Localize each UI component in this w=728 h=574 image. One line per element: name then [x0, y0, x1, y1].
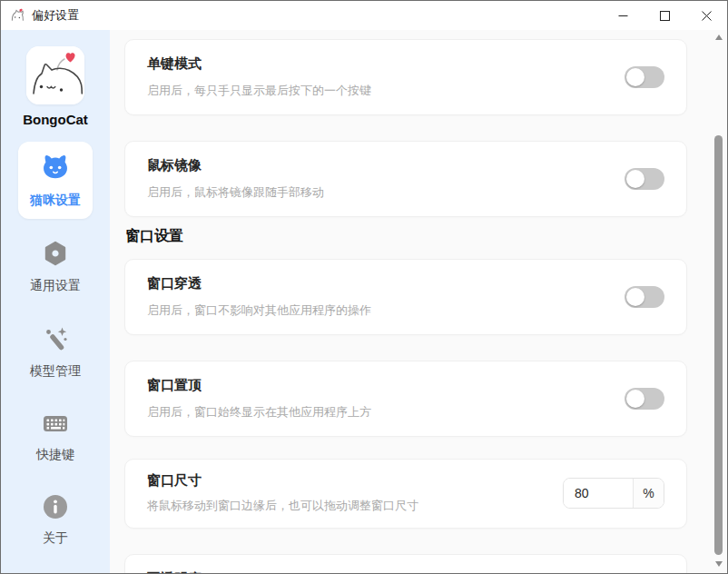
setting-description: 启用后，每只手只显示最后按下的一个按键 [147, 83, 371, 99]
window-title: 偏好设置 [32, 7, 79, 24]
setting-text: 窗口置顶 启用后，窗口始终显示在其他应用程序上方 [147, 377, 371, 421]
sidebar-item-label: 通用设置 [30, 278, 81, 294]
keyboard-icon [41, 410, 70, 440]
setting-title: 窗口尺寸 [147, 472, 418, 490]
single-key-mode-toggle[interactable] [625, 66, 664, 88]
sidebar-item-about[interactable]: 关于 [18, 481, 93, 557]
main-area: BongoCat 猫咪设置 [1, 30, 727, 573]
titlebar: 偏好设置 [1, 1, 727, 30]
setting-description: 将鼠标移动到窗口边缘后，也可以拖动调整窗口尺寸 [147, 498, 418, 514]
sidebar: BongoCat 猫咪设置 [1, 30, 110, 573]
sidebar-item-label: 关于 [43, 530, 68, 547]
window-size-unit: % [633, 479, 664, 508]
setting-title: 窗口置顶 [147, 377, 371, 394]
sidebar-item-label: 猫咪设置 [30, 193, 81, 209]
toggle-knob [626, 288, 644, 306]
scroll-down-arrow-icon[interactable] [715, 561, 723, 567]
setting-description: 启用后，窗口不影响对其他应用程序的操作 [147, 302, 371, 319]
setting-title: 单键模式 [147, 55, 371, 73]
setting-text: 单键模式 启用后，每只手只显示最后按下的一个按键 [147, 55, 371, 99]
setting-card-window-passthrough: 窗口穿透 启用后，窗口不影响对其他应用程序的操作 [124, 259, 687, 335]
close-button[interactable] [685, 1, 727, 30]
window-passthrough-toggle[interactable] [625, 286, 664, 308]
setting-title: 窗口穿透 [147, 275, 371, 292]
setting-card-mouse-mirror: 鼠标镜像 启用后，鼠标将镜像跟随手部移动 [124, 141, 687, 217]
toggle-knob [626, 390, 644, 408]
section-header-window-settings: 窗口设置 [125, 227, 687, 246]
info-icon [42, 493, 69, 524]
sidebar-item-label: 模型管理 [30, 363, 81, 380]
scroll-up-arrow-icon[interactable] [715, 35, 723, 40]
setting-card-opacity: 不透明度 [124, 554, 687, 573]
settings-panel: 单键模式 启用后，每只手只显示最后按下的一个按键 鼠标镜像 启用后，鼠标将镜像跟… [110, 30, 727, 573]
sidebar-item-shortcuts[interactable]: 快捷键 [18, 398, 93, 473]
window-controls [602, 1, 727, 30]
mouse-mirror-toggle[interactable] [625, 168, 664, 190]
cat-icon [40, 153, 71, 186]
toggle-knob [626, 68, 644, 86]
setting-text: 鼠标镜像 启用后，鼠标将镜像跟随手部移动 [147, 157, 324, 201]
magic-wand-icon [41, 324, 70, 357]
nut-gear-icon [41, 239, 70, 272]
sidebar-item-model-management[interactable]: 模型管理 [18, 312, 93, 390]
maximize-button[interactable] [644, 1, 685, 30]
vertical-scrollbar[interactable] [713, 30, 725, 573]
setting-title: 不透明度 [147, 570, 664, 573]
setting-card-window-on-top: 窗口置顶 启用后，窗口始终显示在其他应用程序上方 [124, 361, 687, 437]
bongocat-logo [26, 46, 84, 104]
app-cat-icon [10, 8, 25, 24]
sidebar-item-label: 快捷键 [36, 447, 74, 463]
setting-description: 启用后，窗口始终显示在其他应用程序上方 [147, 404, 371, 421]
preferences-window: 偏好设置 [0, 0, 728, 574]
window-on-top-toggle[interactable] [625, 388, 664, 410]
setting-title: 鼠标镜像 [147, 157, 324, 174]
window-size-input-group: % [563, 478, 664, 509]
scrollbar-thumb[interactable] [714, 135, 723, 555]
app-name: BongoCat [23, 112, 88, 127]
setting-text: 窗口尺寸 将鼠标移动到窗口边缘后，也可以拖动调整窗口尺寸 [147, 472, 418, 514]
setting-text: 窗口穿透 启用后，窗口不影响对其他应用程序的操作 [147, 275, 371, 319]
sidebar-item-general-settings[interactable]: 通用设置 [18, 227, 93, 304]
toggle-knob [626, 170, 644, 188]
minimize-button[interactable] [602, 1, 644, 30]
window-size-input[interactable] [564, 479, 633, 508]
setting-card-single-key-mode: 单键模式 启用后，每只手只显示最后按下的一个按键 [124, 39, 687, 115]
setting-description: 启用后，鼠标将镜像跟随手部移动 [147, 184, 324, 201]
setting-card-window-size: 窗口尺寸 将鼠标移动到窗口边缘后，也可以拖动调整窗口尺寸 % [124, 459, 687, 529]
sidebar-item-cat-settings[interactable]: 猫咪设置 [18, 142, 93, 219]
sidebar-nav: 猫咪设置 通用设置 [18, 142, 93, 565]
